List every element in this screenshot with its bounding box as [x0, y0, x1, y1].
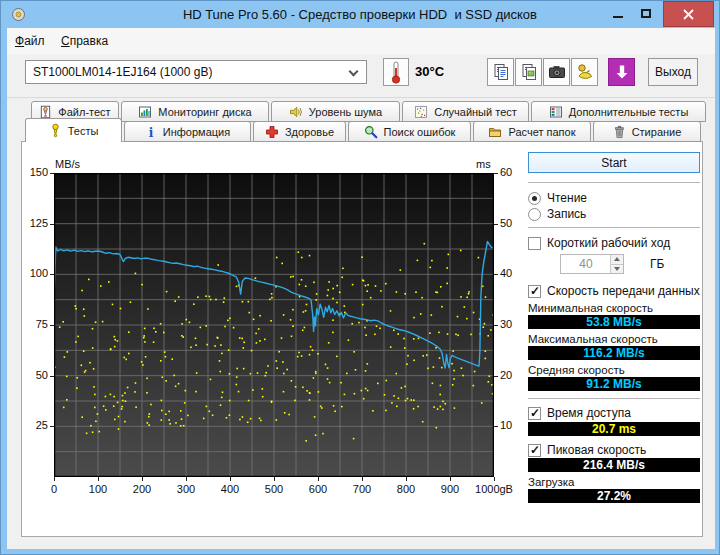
start-button[interactable]: Start	[528, 152, 700, 173]
transfer-rate-checkbox[interactable]	[528, 285, 541, 298]
axis-tick	[54, 477, 55, 481]
noise-level-icon	[289, 105, 303, 119]
burst-rate-row[interactable]: Пиковая скорость	[528, 443, 700, 457]
read-radio-row[interactable]: Чтение	[528, 191, 700, 205]
y-left-axis-unit: MB/s	[55, 158, 80, 170]
tab-error-scan[interactable]: Поиск ошибок	[348, 121, 471, 142]
y-right-tick-label: 30	[500, 318, 512, 330]
benchmark-plot	[54, 173, 494, 477]
axis-tick	[362, 477, 363, 481]
tab-label: Расчет папок	[508, 126, 575, 138]
cpu-load-value: 27.2%	[528, 489, 700, 503]
info-icon: i	[145, 125, 157, 139]
x-tick-label: 0	[29, 483, 79, 495]
tab-disk-monitor[interactable]: Мониторинг диска	[121, 101, 269, 122]
axis-tick	[50, 224, 54, 225]
cpu-load-label: Загрузка	[528, 476, 700, 488]
x-tick-label: 200	[117, 483, 167, 495]
read-radio-label: Чтение	[547, 191, 587, 205]
y-left-tick-label: 100	[18, 267, 48, 279]
tab-label: Уровень шума	[309, 106, 382, 118]
burst-rate-checkbox[interactable]	[528, 444, 541, 457]
stepper-up-icon	[614, 257, 620, 261]
y-left-tick-label: 125	[18, 217, 48, 229]
benchmark-controls: Start Чтение Запись Короткий рабочий ход…	[528, 152, 700, 503]
maximize-icon	[641, 9, 651, 18]
min-speed-label: Минимальная скорость	[528, 302, 700, 314]
avg-speed-value: 91.2 MB/s	[528, 377, 700, 391]
separator	[528, 398, 700, 400]
x-tick-label: 700	[337, 483, 387, 495]
separator	[528, 227, 700, 229]
write-radio-row[interactable]: Запись	[528, 207, 700, 221]
copy-image-icon	[520, 63, 538, 81]
tab-information[interactable]: i Информация	[124, 121, 251, 142]
tab-erase[interactable]: Стирание	[593, 121, 701, 142]
y-left-tick-label: 50	[18, 369, 48, 381]
read-radio[interactable]	[528, 192, 541, 205]
axis-tick	[98, 477, 99, 481]
tab-tests[interactable]: Тесты	[25, 118, 122, 142]
temperature-button[interactable]	[383, 58, 409, 86]
x-tick-label: 1000gB	[469, 483, 519, 495]
axis-tick	[50, 173, 54, 174]
y-right-tick-label: 20	[500, 369, 512, 381]
axis-tick	[494, 477, 495, 481]
short-stroke-label: Короткий рабочий ход	[547, 236, 670, 250]
svg-text:i: i	[149, 125, 154, 138]
short-stroke-checkbox[interactable]	[528, 237, 541, 250]
menu-file[interactable]: Файл	[15, 34, 45, 48]
separator	[528, 182, 700, 184]
tab-random-test[interactable]: Случайный тест	[402, 101, 529, 122]
menu-help[interactable]: Справка	[61, 34, 108, 48]
transfer-rate-row[interactable]: Скорость передачи данных	[528, 284, 700, 298]
y-left-tick-label: 75	[18, 318, 48, 330]
axis-tick	[230, 477, 231, 481]
panel-divider	[522, 151, 523, 507]
tab-label: Дополнительные тесты	[569, 106, 689, 118]
x-tick-label: 300	[161, 483, 211, 495]
access-time-checkbox[interactable]	[528, 407, 541, 420]
capacity-stepper[interactable]	[610, 255, 623, 273]
copy-report-button[interactable]	[487, 58, 514, 86]
access-time-row[interactable]: Время доступа	[528, 406, 700, 420]
axis-tick	[406, 477, 407, 481]
close-icon	[683, 9, 694, 20]
tab-noise-level[interactable]: Уровень шума	[271, 101, 400, 122]
axis-tick	[50, 426, 54, 427]
tab-extra-tests[interactable]: Дополнительные тесты	[531, 101, 706, 122]
axis-tick	[494, 224, 498, 225]
tab-label: Случайный тест	[434, 106, 517, 118]
drive-select[interactable]: ST1000LM014-1EJ164 (1000 gB)	[25, 60, 367, 84]
tab-label: Мониторинг диска	[158, 106, 251, 118]
minimize-button[interactable]	[605, 1, 631, 26]
y-right-tick-label: 40	[500, 267, 512, 279]
copy-image-button[interactable]	[515, 58, 542, 86]
y-right-tick-label: 50	[500, 217, 512, 229]
axis-tick	[50, 274, 54, 275]
maximize-button[interactable]	[633, 1, 659, 26]
x-tick-label: 500	[249, 483, 299, 495]
y-left-tick-label: 25	[18, 419, 48, 431]
menubar: Файл Справка	[7, 28, 715, 54]
axis-tick	[318, 477, 319, 481]
x-tick-label: 800	[381, 483, 431, 495]
short-stroke-row[interactable]: Короткий рабочий ход	[528, 236, 700, 250]
update-check-button[interactable]	[608, 58, 635, 86]
axis-tick	[494, 274, 498, 275]
screenshot-button[interactable]	[543, 58, 570, 86]
close-button[interactable]	[663, 1, 714, 27]
exit-button[interactable]: Выход	[648, 58, 698, 86]
write-radio[interactable]	[528, 208, 541, 221]
donate-button[interactable]	[571, 58, 598, 86]
tab-label: Поиск ошибок	[384, 126, 456, 138]
tab-folder-usage[interactable]: Расчет папок	[473, 121, 591, 142]
x-tick-label: 900	[425, 483, 475, 495]
file-test-icon	[39, 105, 52, 119]
burst-rate-label: Пиковая скорость	[547, 443, 646, 457]
tab-label: Информация	[163, 126, 230, 138]
access-time-value: 20.7 ms	[528, 422, 700, 436]
write-radio-label: Запись	[547, 207, 586, 221]
axis-tick	[494, 173, 498, 174]
tab-health[interactable]: Здоровье	[253, 121, 346, 142]
